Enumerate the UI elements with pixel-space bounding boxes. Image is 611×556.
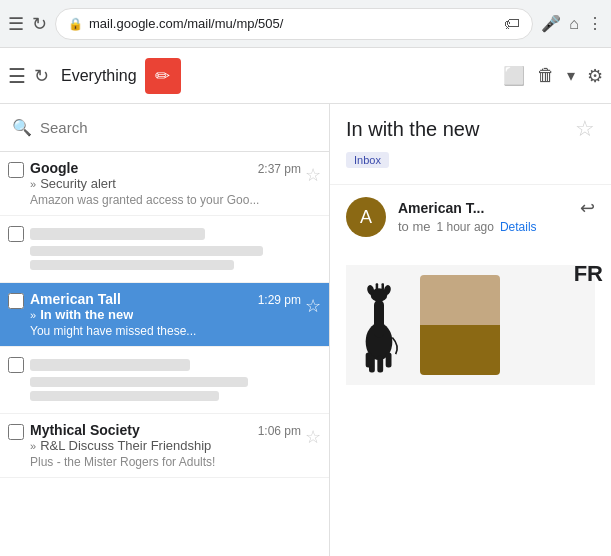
email-checkbox-american-tall[interactable] [8,293,24,309]
email-time-american-tall: 1:29 pm [258,293,301,307]
email-meta-bottom: to me 1 hour ago Details [398,219,595,234]
email-meta-right: American T... ↩ to me 1 hour ago Details [398,197,595,234]
more-actions-button[interactable]: ▾ [567,66,575,85]
email-item-blurred-1[interactable] [0,216,329,283]
email-checkbox-mythical-society[interactable] [8,424,24,440]
email-checkbox-blurred-1[interactable] [8,226,24,242]
email-content-google: Google 2:37 pm » Security alert Amazon w… [30,160,301,207]
email-sender-google: Google [30,160,78,176]
svg-rect-6 [382,283,385,290]
email-time-mythical-society: 1:06 pm [258,424,301,438]
reply-icon[interactable]: ↩ [580,197,595,219]
hamburger-menu-button[interactable]: ☰ [8,64,26,88]
email-preview-google: Amazon was granted access to your Goo... [30,193,301,207]
browser-chrome: ☰ ↻ 🔒 mail.google.com/mail/mu/mp/505/ 🏷 … [0,0,611,48]
lock-icon: 🔒 [68,17,83,31]
browser-menu-icon[interactable]: ☰ [8,13,24,35]
email-item-american-tall[interactable]: American Tall 1:29 pm » In with the new … [0,283,329,347]
search-bar[interactable]: 🔍 [0,104,329,152]
browser-refresh-icon[interactable]: ↻ [32,13,47,35]
svg-rect-5 [376,283,379,290]
email-image-area [346,265,595,385]
search-icon: 🔍 [12,118,32,137]
email-arrow-google: » [30,178,36,190]
email-sender-mythical-society: Mythical Society [30,422,140,438]
email-star-google[interactable]: ☆ [305,164,321,186]
email-list: Google 2:37 pm » Security alert Amazon w… [0,152,329,556]
to-me-label: to me [398,219,431,234]
email-preview-american-tall: You might have missed these... [30,324,301,338]
settings-button[interactable]: ⚙ [587,65,603,87]
fr-label: FR [574,261,603,287]
email-content-mythical-society: Mythical Society 1:06 pm » R&L Discuss T… [30,422,301,469]
refresh-button[interactable]: ↻ [34,65,49,87]
email-time-ago: 1 hour ago [437,220,494,234]
svg-rect-9 [366,353,372,368]
email-arrow-mythical-society: » [30,440,36,452]
bookmark-icon[interactable]: 🏷 [504,15,520,33]
email-meta: A American T... ↩ to me 1 hour ago Detai… [330,185,611,249]
sender-name: American T... [398,200,484,216]
sender-avatar: A [346,197,386,237]
search-input[interactable] [40,119,317,136]
address-bar[interactable]: 🔒 mail.google.com/mail/mu/mp/505/ 🏷 [55,8,533,40]
main-content: 🔍 Google 2:37 pm » Security alert Amazon [0,104,611,556]
person-image [420,275,500,375]
compose-button[interactable]: ✏ [145,58,181,94]
email-item-blurred-2[interactable] [0,347,329,414]
email-item-mythical-society[interactable]: Mythical Society 1:06 pm » R&L Discuss T… [0,414,329,478]
email-arrow-american-tall: » [30,309,36,321]
address-text: mail.google.com/mail/mu/mp/505/ [89,16,498,31]
email-star-mythical-society[interactable]: ☆ [305,426,321,448]
email-view-panel: In with the new ☆ Inbox A American T... … [330,104,611,556]
app-bar-left: ☰ ↻ Everything ✏ [8,58,495,94]
mic-icon[interactable]: 🎤 [541,14,561,33]
email-checkbox-blurred-2[interactable] [8,357,24,373]
email-star-american-tall[interactable]: ☆ [305,295,321,317]
email-checkbox-google[interactable] [8,162,24,178]
email-item-google[interactable]: Google 2:37 pm » Security alert Amazon w… [0,152,329,216]
svg-rect-8 [377,356,383,373]
browser-more-icon[interactable]: ⋮ [587,14,603,33]
home-icon[interactable]: ⌂ [569,15,579,33]
svg-rect-1 [374,300,384,338]
email-sender-american-tall: American Tall [30,291,121,307]
email-preview-mythical-society: Plus - the Mister Rogers for Adults! [30,455,301,469]
email-content-american-tall: American Tall 1:29 pm » In with the new … [30,291,301,338]
email-subject-mythical-society: R&L Discuss Their Friendship [40,438,211,453]
archive-button[interactable]: ⬜ [503,65,525,87]
email-meta-top: American T... ↩ [398,197,595,219]
email-view-title: In with the new [346,118,479,141]
details-link[interactable]: Details [500,220,537,234]
folder-title: Everything [61,67,137,85]
email-body: FR [330,249,611,556]
email-subject-google: Security alert [40,176,116,191]
inbox-badge[interactable]: Inbox [346,152,389,168]
app-bar: ☰ ↻ Everything ✏ ⬜ 🗑 ▾ ⚙ [0,48,611,104]
email-view-header: In with the new ☆ Inbox [330,104,611,185]
giraffe-image [354,275,404,375]
delete-button[interactable]: 🗑 [537,65,555,86]
email-subject-american-tall: In with the new [40,307,133,322]
svg-rect-10 [386,353,392,368]
email-time-google: 2:37 pm [258,162,301,176]
compose-icon: ✏ [155,65,170,87]
email-view-title-row: In with the new ☆ [346,116,595,142]
app-bar-right: ⬜ 🗑 ▾ ⚙ [503,65,603,87]
email-list-panel: 🔍 Google 2:37 pm » Security alert Amazon [0,104,330,556]
email-view-star[interactable]: ☆ [575,116,595,142]
